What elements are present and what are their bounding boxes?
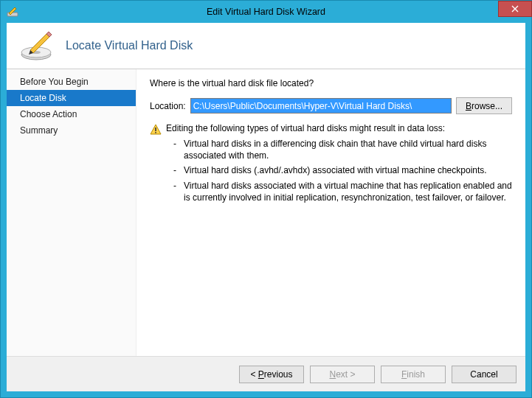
warning-item: Virtual hard disks (.avhd/.avhdx) associ… xyxy=(176,164,512,176)
app-icon xyxy=(7,6,18,18)
next-button: Next > xyxy=(310,366,375,383)
wizard-steps: Before You Begin Locate Disk Choose Acti… xyxy=(7,69,137,356)
wizard-body: Before You Begin Locate Disk Choose Acti… xyxy=(7,69,525,356)
wizard-footer: < Previous Next > Finish Cancel xyxy=(7,356,525,391)
previous-button[interactable]: < Previous xyxy=(239,366,304,383)
step-choose-action[interactable]: Choose Action xyxy=(7,106,136,122)
page-title: Locate Virtual Hard Disk xyxy=(66,39,193,52)
warning-item: Virtual hard disks associated with a vir… xyxy=(176,180,512,203)
svg-rect-4 xyxy=(155,128,156,131)
wizard-header: Locate Virtual Hard Disk xyxy=(7,23,525,69)
location-input[interactable] xyxy=(190,98,452,114)
disk-pencil-icon xyxy=(20,29,55,62)
finish-button: Finish xyxy=(381,366,446,383)
step-locate-disk[interactable]: Locate Disk xyxy=(7,90,136,106)
browse-button[interactable]: Browse... xyxy=(456,97,512,114)
close-icon xyxy=(511,5,519,13)
wizard-content: Where is the virtual hard disk file loca… xyxy=(137,69,525,356)
warning-icon xyxy=(150,123,162,206)
browse-button-label: Browse... xyxy=(466,101,502,111)
close-button[interactable] xyxy=(498,1,532,17)
warning-content: Editing the following types of virtual h… xyxy=(166,123,512,206)
cancel-button[interactable]: Cancel xyxy=(452,366,517,383)
client-area: Locate Virtual Hard Disk Before You Begi… xyxy=(7,23,525,391)
title-bar: Edit Virtual Hard Disk Wizard xyxy=(1,1,531,23)
warning-item: Virtual hard disks in a differencing dis… xyxy=(176,138,512,161)
step-before-you-begin[interactable]: Before You Begin xyxy=(7,74,136,90)
warning-block: Editing the following types of virtual h… xyxy=(150,123,512,206)
svg-rect-5 xyxy=(155,132,156,133)
step-summary[interactable]: Summary xyxy=(7,122,136,139)
warning-list: Virtual hard disks in a differencing dis… xyxy=(166,138,512,203)
window-title: Edit Virtual Hard Disk Wizard xyxy=(1,7,531,17)
wizard-window: Edit Virtual Hard Disk Wizard Locate Vir… xyxy=(0,0,532,398)
warning-title: Editing the following types of virtual h… xyxy=(166,123,512,133)
prompt-text: Where is the virtual hard disk file loca… xyxy=(150,78,512,88)
location-row: Location: Browse... xyxy=(150,97,512,114)
location-label: Location: xyxy=(150,101,186,111)
